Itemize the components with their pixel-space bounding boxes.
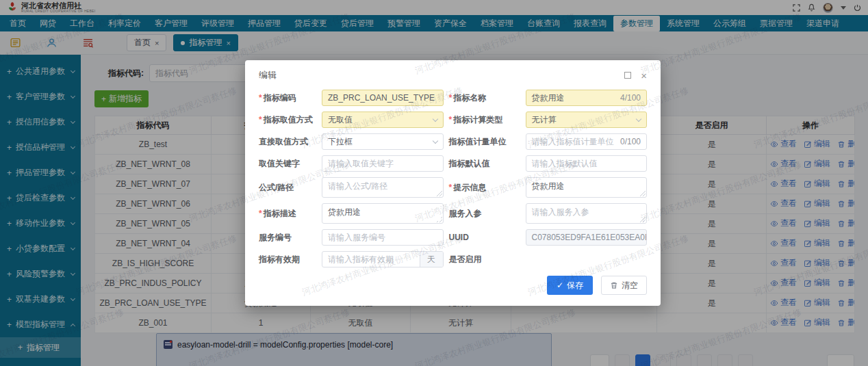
char-counter: 4/100 bbox=[620, 93, 641, 103]
service-params-field[interactable]: 请输入服务入参 bbox=[526, 203, 648, 224]
value-method-field[interactable]: 无取值 bbox=[322, 112, 444, 128]
service-no-field[interactable]: 请输入服务编号 bbox=[322, 229, 444, 246]
uuid-field[interactable]: C078053ED9FA1E61E053EA0B060A5BCA bbox=[526, 229, 648, 246]
indicator-default-label: 指标默认值 bbox=[449, 159, 520, 168]
enabled-label: 是否启用 bbox=[449, 254, 520, 264]
indicator-name-field[interactable]: 贷款用途4/100 bbox=[526, 90, 648, 106]
save-button[interactable]: ✓ 保存 bbox=[547, 276, 593, 295]
uuid-label: UUID bbox=[449, 233, 520, 242]
direct-value-method-field[interactable]: 下拉框 bbox=[322, 133, 444, 150]
char-counter: 0/100 bbox=[620, 137, 641, 146]
validity-period-label: 指标有效期 bbox=[259, 254, 316, 264]
formula-path-label: 公式/路径 bbox=[259, 183, 316, 192]
check-icon: ✓ bbox=[557, 280, 563, 290]
hint-message-field[interactable]: 贷款用途 bbox=[526, 177, 648, 198]
clear-button[interactable]: 清空 bbox=[601, 276, 647, 295]
maximize-icon[interactable] bbox=[624, 72, 631, 79]
trash-icon bbox=[610, 281, 618, 289]
indicator-code-field[interactable]: ZB_PRC_LOAN_USE_TYPE bbox=[322, 90, 444, 106]
chevron-down-icon bbox=[432, 138, 437, 143]
calc-type-field[interactable]: 无计算 bbox=[526, 112, 648, 128]
indicator-code-label: *指标编码 bbox=[259, 93, 316, 103]
calc-type-label: *指标计算类型 bbox=[449, 115, 520, 125]
dialog-title: 编辑 bbox=[259, 69, 277, 81]
required-asterisk: * bbox=[259, 209, 262, 218]
unit-suffix: 天 bbox=[420, 252, 443, 267]
required-asterisk: * bbox=[449, 183, 452, 192]
indicator-unit-field[interactable]: 请输入指标值计量单位0/100 bbox=[526, 133, 648, 150]
edit-dialog: 编辑 × *指标编码ZB_PRC_LOAN_USE_TYPE*指标名称贷款用途4… bbox=[245, 60, 661, 306]
direct-value-method-label: 直接取值方式 bbox=[259, 137, 316, 146]
required-asterisk: * bbox=[449, 93, 452, 103]
indicator-desc-label: *指标描述 bbox=[259, 209, 316, 218]
service-no-label: 服务编号 bbox=[259, 233, 316, 242]
chevron-down-icon bbox=[432, 116, 437, 121]
indicator-unit-label: 指标值计量单位 bbox=[449, 137, 520, 146]
indicator-default-field[interactable]: 请输入指标默认值 bbox=[526, 155, 648, 172]
value-method-label: *指标取值方式 bbox=[259, 115, 316, 125]
required-asterisk: * bbox=[449, 115, 452, 125]
app-root: 河北省农村信用社 RURAL CREDIT COOPERATIVE OF HEB… bbox=[0, 0, 868, 366]
required-asterisk: * bbox=[259, 115, 262, 125]
value-keyword-field[interactable]: 请输入取值关键字 bbox=[322, 155, 444, 172]
close-icon[interactable]: × bbox=[641, 70, 647, 81]
hint-message-label: *提示信息 bbox=[449, 183, 520, 192]
indicator-desc-field[interactable]: 贷款用途 bbox=[322, 203, 444, 224]
service-params-label: 服务入参 bbox=[449, 209, 520, 218]
value-keyword-label: 取值关键字 bbox=[259, 159, 316, 168]
validity-period-field[interactable]: 请输入指标有效期天 bbox=[322, 251, 444, 267]
required-asterisk: * bbox=[259, 93, 262, 103]
indicator-name-label: *指标名称 bbox=[449, 93, 520, 103]
formula-path-field[interactable]: 请输入公式/路径 bbox=[322, 177, 444, 198]
chevron-down-icon bbox=[636, 116, 641, 121]
